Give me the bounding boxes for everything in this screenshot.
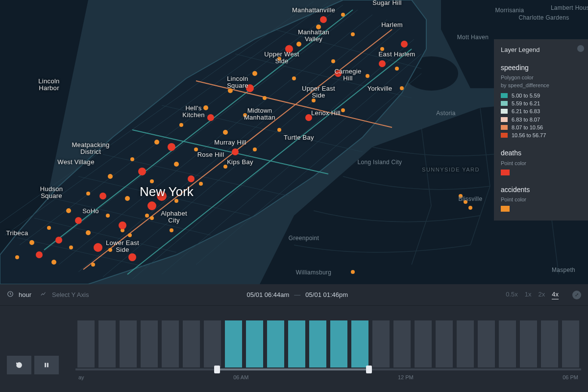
legend-swatch	[501, 93, 508, 98]
svg-point-42	[312, 98, 316, 102]
svg-point-86	[379, 60, 386, 67]
legend-swatch	[501, 125, 508, 130]
legend-swatch	[501, 206, 510, 212]
legend-bin-label: 10.56 to 56.77	[512, 132, 546, 139]
svg-rect-105	[45, 363, 46, 367]
range-handle-start[interactable]	[214, 366, 220, 373]
svg-point-93	[188, 175, 195, 182]
svg-point-51	[253, 147, 257, 151]
legend-bin-label: 6.21 to 6.83	[512, 108, 540, 115]
histogram-bar	[562, 320, 579, 368]
svg-point-37	[252, 71, 257, 76]
legend-swatch	[501, 170, 510, 175]
histogram-bar	[436, 320, 453, 368]
svg-point-56	[150, 179, 154, 183]
histogram-bar	[288, 320, 305, 368]
legend-section-title: accidents	[501, 185, 581, 194]
speed-option[interactable]: 0.5x	[506, 291, 518, 298]
svg-point-38	[292, 76, 296, 80]
svg-point-84	[285, 45, 293, 53]
svg-point-46	[179, 123, 183, 127]
svg-point-64	[47, 226, 51, 230]
reset-button[interactable]	[7, 356, 31, 374]
svg-point-39	[366, 74, 369, 78]
histogram-bar	[351, 320, 368, 368]
svg-point-44	[243, 113, 247, 117]
svg-point-98	[55, 237, 62, 244]
speed-option[interactable]: 2x	[539, 291, 545, 298]
svg-point-90	[168, 143, 175, 151]
svg-point-33	[351, 32, 355, 36]
svg-point-48	[277, 128, 281, 132]
svg-point-47	[223, 130, 228, 135]
svg-point-78	[170, 228, 173, 232]
svg-point-45	[341, 108, 345, 112]
timeline-tick: ay	[78, 374, 84, 383]
timeline-chart[interactable]: ay06 AM12 PM06 PM	[75, 315, 581, 392]
legend-bin-label: 8.07 to 10.56	[512, 124, 543, 131]
svg-point-99	[94, 243, 102, 252]
legend-bin: 6.21 to 6.83	[501, 108, 581, 115]
speed-option[interactable]: 1x	[525, 291, 532, 298]
svg-point-55	[108, 174, 113, 179]
svg-point-43	[203, 105, 208, 110]
svg-point-53	[174, 162, 179, 167]
legend-section-deaths: deaths Point color	[501, 148, 581, 175]
legend-close-button[interactable]	[577, 45, 584, 52]
histogram-bar	[246, 320, 263, 368]
histogram-bar	[541, 320, 558, 368]
legend-swatch	[501, 133, 508, 138]
histogram-bar	[267, 320, 284, 368]
legend-swatch	[501, 117, 508, 122]
histogram-bar	[120, 320, 137, 368]
svg-point-31	[341, 13, 345, 17]
svg-point-36	[331, 59, 335, 63]
range-end: 05/01 01:46pm	[305, 291, 348, 298]
histogram-bar	[457, 320, 474, 368]
histogram-bar	[499, 320, 516, 368]
timeline-header: hour Select Y Axis 05/01 06:44am — 05/01…	[0, 284, 588, 306]
histogram-bar	[98, 320, 116, 368]
histogram-bar	[309, 320, 326, 368]
svg-point-69	[108, 248, 112, 252]
playback-speeds: 0.5x1x2x4x	[506, 291, 559, 299]
svg-point-41	[263, 96, 267, 100]
clock-icon	[7, 291, 14, 299]
x-axis-label[interactable]: hour	[19, 291, 31, 298]
svg-point-61	[66, 208, 71, 213]
svg-point-58	[86, 192, 90, 196]
range-handle-end[interactable]	[366, 366, 372, 373]
timeline-tick: 06 AM	[233, 374, 248, 383]
svg-point-102	[401, 41, 408, 48]
svg-point-73	[380, 47, 384, 51]
histogram-bar	[141, 320, 158, 368]
histogram-bar	[330, 320, 347, 368]
svg-point-80	[464, 200, 467, 204]
svg-point-89	[305, 114, 312, 121]
svg-point-96	[75, 217, 82, 224]
svg-point-72	[91, 263, 95, 267]
svg-point-83	[320, 16, 327, 23]
expand-button[interactable]	[572, 291, 581, 299]
speed-option[interactable]: 4x	[552, 291, 559, 299]
legend-bin-label: 6.83 to 8.07	[512, 116, 540, 123]
svg-point-65	[86, 230, 91, 235]
city-label: New York	[140, 184, 194, 199]
svg-point-52	[130, 157, 134, 161]
histogram-bar	[372, 320, 390, 368]
y-axis-select[interactable]: Select Y Axis	[52, 291, 89, 298]
legend-section-subtitle: by speed_difference	[501, 82, 581, 89]
legend-swatch	[501, 101, 508, 106]
svg-point-76	[145, 214, 149, 218]
timeline-track[interactable]	[75, 368, 581, 370]
range-start: 05/01 06:44am	[247, 291, 290, 298]
svg-point-82	[351, 270, 355, 274]
svg-point-75	[400, 86, 404, 90]
pause-button[interactable]	[34, 356, 59, 374]
svg-point-34	[296, 42, 301, 47]
legend-section-title: deaths	[501, 148, 581, 157]
svg-point-88	[207, 114, 214, 121]
svg-point-62	[106, 214, 110, 218]
range-separator: —	[294, 291, 300, 298]
svg-point-97	[119, 221, 126, 229]
